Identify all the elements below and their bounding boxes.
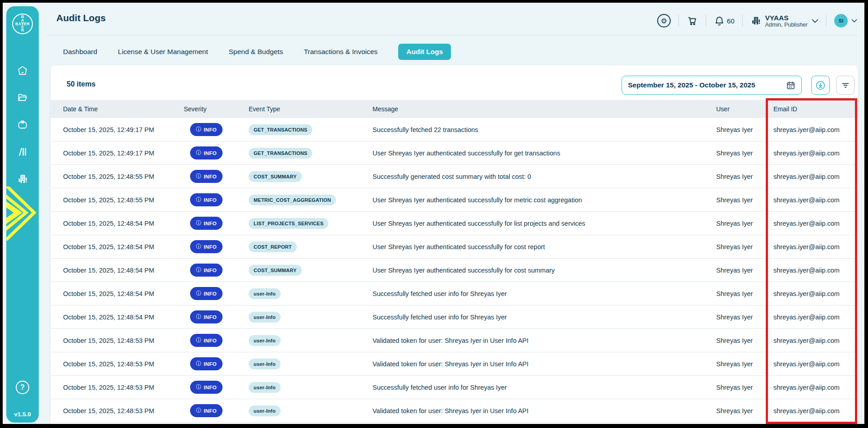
info-icon: ⓘ [196,290,201,297]
event-type-badge: COST_REPORT [249,241,297,252]
cell-event-type: user-Info [249,312,373,323]
tab-spend-budgets[interactable]: Spend & Budgets [229,48,283,56]
cell-message: User Shreyas Iyer authenticated successf… [373,196,716,204]
settings-button[interactable]: ⚙ [657,14,671,27]
cell-datetime: October 15, 2025, 12:48:53 PM [63,337,184,344]
tab-license-user-management[interactable]: License & User Management [118,48,208,56]
user-menu[interactable]: SI [834,14,857,27]
org-switcher[interactable]: VYAAS Admin, Publisher [750,14,819,28]
table-row[interactable]: October 15, 2025, 12:49:17 PMⓘINFOGET_TR… [50,141,858,165]
cell-email: shreyas.iyer@aiip.com [773,337,858,344]
severity-badge: ⓘINFO [190,381,223,394]
cell-severity: ⓘINFO [184,123,249,136]
table-row[interactable]: October 15, 2025, 12:48:54 PMⓘINFOCOST_S… [50,259,858,282]
cell-email: shreyas.iyer@aiip.com [773,360,858,368]
cell-email: shreyas.iyer@aiip.com [773,173,858,180]
notifications-button[interactable]: 60 [714,15,735,26]
tab-audit-logs[interactable]: Audit Logs [398,44,451,60]
sidebar-item-library[interactable] [16,146,29,158]
help-icon[interactable]: ? [16,381,29,394]
cell-datetime: October 15, 2025, 12:48:55 PM [63,173,184,180]
severity-badge: ⓘINFO [190,334,223,347]
chevron-down-icon [851,19,857,23]
divider [742,15,743,27]
cell-message: Validated token for user: Shreyas Iyer i… [373,337,716,344]
cell-severity: ⓘINFO [184,170,249,183]
date-range-picker[interactable]: September 15, 2025 - October 15, 2025 [622,76,802,95]
tab-transactions-invoices[interactable]: Transactions & Invoices [304,48,377,56]
cell-user: Shreyas Iyer [716,243,773,250]
severity-badge: ⓘINFO [190,123,223,136]
table-row[interactable]: October 15, 2025, 12:48:54 PMⓘINFOuser-I… [50,305,858,329]
sidebar-item-products[interactable] [16,119,29,131]
cell-user: Shreyas Iyer [716,337,773,344]
event-type-badge: LIST_PROJECTS_SERVICES [249,218,328,229]
table-row[interactable]: October 15, 2025, 12:48:53 PMⓘINFOuser-I… [50,352,858,376]
cell-event-type: GET_TRANSACTIONS [249,148,373,159]
cell-event-type: COST_SUMMARY [249,171,373,182]
chevron-down-icon [812,19,818,23]
table-row[interactable]: October 15, 2025, 12:48:55 PMⓘINFOMETRIC… [50,188,858,212]
cell-datetime: October 15, 2025, 12:48:53 PM [63,384,184,391]
severity-badge: ⓘINFO [190,404,223,417]
severity-badge: ⓘINFO [190,287,223,300]
cell-datetime: October 15, 2025, 12:48:54 PM [63,314,184,321]
table-row[interactable]: October 15, 2025, 12:48:53 PMⓘINFOuser-I… [50,329,858,352]
cell-message: Successfully fetched user info for Shrey… [373,314,716,321]
cell-user: Shreyas Iyer [716,126,773,133]
tab-dashboard[interactable]: Dashboard [63,48,97,56]
filter-button[interactable] [836,76,854,95]
audit-logs-panel: 50 items September 15, 2025 - October 15… [50,65,858,424]
cell-datetime: October 15, 2025, 12:48:54 PM [63,220,184,227]
divider [678,15,679,27]
cell-user: Shreyas Iyer [716,196,773,204]
cell-event-type: user-Info [249,359,373,369]
table-row[interactable]: October 15, 2025, 12:48:54 PMⓘINFOuser-I… [50,282,858,305]
sidebar-item-projects[interactable] [16,92,29,104]
column-header-severity: Severity [184,105,249,113]
cell-severity: ⓘINFO [184,287,249,300]
column-header-event-type: Event Type [249,105,373,113]
event-type-badge: GET_TRANSACTIONS [249,124,312,135]
cart-button[interactable] [686,15,698,27]
table-row[interactable]: October 15, 2025, 12:48:54 PMⓘINFOCOST_R… [50,235,858,259]
event-type-badge: user-Info [249,288,281,299]
sidebar-item-home[interactable] [16,65,29,77]
cell-message: Successfully fetched user info for Shrey… [373,290,716,297]
table-row[interactable]: October 15, 2025, 12:48:54 PMⓘINFOLIST_P… [50,212,858,235]
bayer-logo-horizontal-text: BAYER [15,22,30,26]
cell-event-type: GET_TRANSACTIONS [249,124,373,135]
info-icon: ⓘ [196,126,201,133]
download-button[interactable] [811,76,830,95]
cell-user: Shreyas Iyer [716,220,773,227]
library-icon [17,146,28,158]
page-title: Audit Logs [56,13,106,23]
severity-badge: ⓘINFO [190,264,223,277]
sidebar-nav [6,65,39,185]
table-row[interactable]: October 15, 2025, 12:48:55 PMⓘINFOCOST_S… [50,165,858,188]
cell-datetime: October 15, 2025, 12:48:55 PM [63,196,184,204]
cell-message: User Shreyas Iyer authenticated successf… [373,267,716,274]
cell-user: Shreyas Iyer [716,150,773,157]
info-icon: ⓘ [196,149,201,157]
event-type-badge: COST_SUMMARY [249,171,302,182]
table-row[interactable]: October 15, 2025, 12:48:53 PMⓘINFOuser-I… [50,376,858,399]
severity-badge: ⓘINFO [190,193,223,206]
event-type-badge: COST_SUMMARY [249,265,302,276]
cell-event-type: COST_SUMMARY [249,265,373,276]
cell-severity: ⓘINFO [184,357,249,370]
items-count: 50 items [67,80,95,88]
table-row[interactable]: October 15, 2025, 12:48:53 PMⓘINFOuser-I… [50,399,858,423]
cell-datetime: October 15, 2025, 12:49:17 PM [63,126,184,133]
table-row[interactable]: October 15, 2025, 12:49:17 PMⓘINFOGET_TR… [50,118,858,141]
cell-user: Shreyas Iyer [716,173,773,180]
cell-datetime: October 15, 2025, 12:48:53 PM [63,407,184,414]
cell-email: shreyas.iyer@aiip.com [773,407,858,414]
cell-event-type: LIST_PROJECTS_SERVICES [249,218,373,229]
cell-severity: ⓘINFO [184,193,249,206]
cell-event-type: METRIC_COST_AGGREGATION [249,195,373,205]
cell-severity: ⓘINFO [184,217,249,230]
sidebar: BAYER BAYER [6,6,39,423]
cart-icon [686,15,698,27]
sidebar-item-organization[interactable] [16,173,29,185]
